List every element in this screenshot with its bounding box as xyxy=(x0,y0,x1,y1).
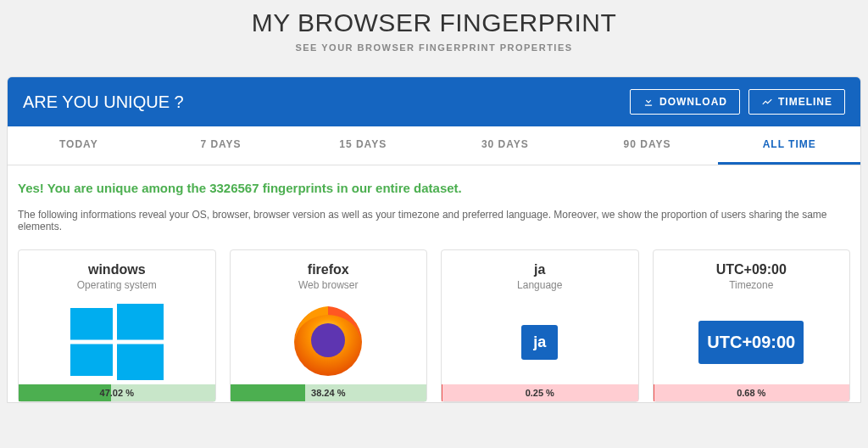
card-timezone-meter: 0.68 % xyxy=(654,384,850,401)
download-icon xyxy=(643,96,654,108)
card-browser-meter: 38.24 % xyxy=(231,384,427,401)
tabs: TODAY 7 DAYS 15 DAYS 30 DAYS 90 DAYS ALL… xyxy=(8,126,860,165)
card-browser-subtitle: Web browser xyxy=(298,279,358,291)
svg-rect-3 xyxy=(117,344,164,381)
svg-rect-2 xyxy=(70,344,113,377)
card-timezone-pct: 0.68 % xyxy=(654,384,850,401)
card-timezone: UTC+09:00 Timezone UTC+09:00 0.68 % xyxy=(653,249,851,402)
card-language-pct: 0.25 % xyxy=(442,384,638,401)
card-language-meter: 0.25 % xyxy=(442,384,638,401)
firefox-icon xyxy=(286,300,370,384)
timeline-icon xyxy=(761,96,773,108)
unique-message: Yes! You are unique among the 3326567 fi… xyxy=(18,181,850,195)
timeline-button[interactable]: TIMELINE xyxy=(748,89,845,115)
tab-alltime[interactable]: ALL TIME xyxy=(718,126,860,165)
card-language: ja Language ja 0.25 % xyxy=(441,249,639,402)
svg-rect-1 xyxy=(117,304,164,340)
card-os-pct: 47.02 % xyxy=(19,384,215,401)
timezone-badge: UTC+09:00 xyxy=(698,321,804,364)
tab-15days[interactable]: 15 DAYS xyxy=(292,126,434,165)
card-timezone-subtitle: Timezone xyxy=(729,279,773,291)
windows-icon xyxy=(70,300,164,384)
card-os-title: windows xyxy=(88,262,146,277)
tab-90days[interactable]: 90 DAYS xyxy=(576,126,719,165)
svg-rect-0 xyxy=(70,308,113,340)
tab-30days[interactable]: 30 DAYS xyxy=(434,126,576,165)
unique-panel: ARE YOU UNIQUE ? DOWNLOAD TIMELINE TODAY… xyxy=(7,76,861,403)
card-os-meter: 47.02 % xyxy=(19,384,215,401)
page-subtitle: SEE YOUR BROWSER FINGERPRINT PROPERTIES xyxy=(0,42,868,53)
tab-today[interactable]: TODAY xyxy=(8,126,150,165)
card-language-title: ja xyxy=(534,262,545,277)
svg-point-5 xyxy=(311,323,345,357)
tab-7days[interactable]: 7 DAYS xyxy=(150,126,292,165)
card-browser: firefox Web browser xyxy=(230,249,428,402)
card-language-subtitle: Language xyxy=(517,279,562,291)
card-os: windows Operating system 47.02 % xyxy=(18,249,216,402)
card-os-subtitle: Operating system xyxy=(77,279,157,291)
card-browser-pct: 38.24 % xyxy=(231,384,427,401)
card-browser-title: firefox xyxy=(308,262,349,277)
panel-title: ARE YOU UNIQUE ? xyxy=(23,92,184,112)
language-badge: ja xyxy=(521,325,558,360)
page-title: MY BROWSER FINGERPRINT xyxy=(0,8,868,37)
card-timezone-title: UTC+09:00 xyxy=(716,262,787,277)
description: The following informations reveal your O… xyxy=(18,209,850,232)
download-button[interactable]: DOWNLOAD xyxy=(630,89,740,115)
